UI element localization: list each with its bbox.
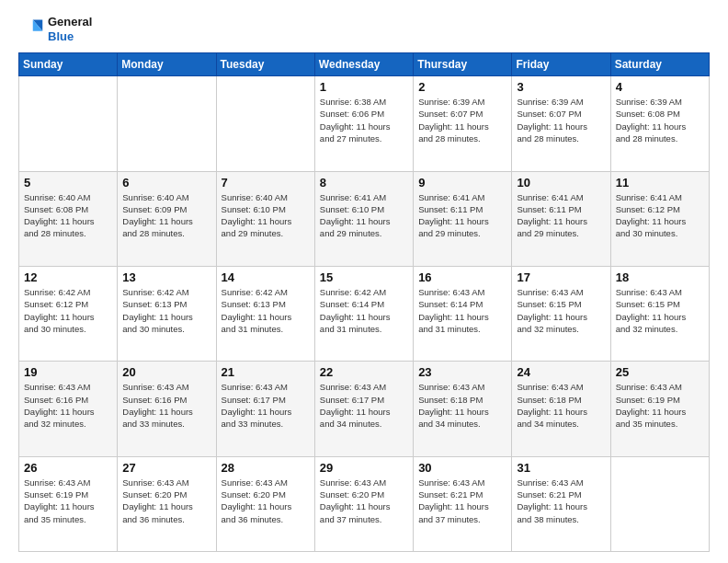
calendar-cell bbox=[118, 76, 216, 171]
day-header-tuesday: Tuesday bbox=[216, 53, 314, 76]
logo-icon bbox=[18, 17, 44, 42]
day-number: 11 bbox=[616, 176, 704, 190]
day-info: Sunrise: 6:43 AM Sunset: 6:14 PM Dayligh… bbox=[418, 286, 506, 335]
calendar-cell: 4Sunrise: 6:39 AM Sunset: 6:08 PM Daylig… bbox=[610, 76, 709, 171]
day-number: 5 bbox=[24, 176, 112, 190]
day-number: 3 bbox=[517, 80, 605, 94]
logo: GeneralBlue bbox=[18, 15, 92, 43]
day-info: Sunrise: 6:43 AM Sunset: 6:21 PM Dayligh… bbox=[418, 477, 506, 525]
day-number: 22 bbox=[320, 365, 408, 379]
header-row: SundayMondayTuesdayWednesdayThursdayFrid… bbox=[19, 53, 710, 76]
day-info: Sunrise: 6:41 AM Sunset: 6:12 PM Dayligh… bbox=[616, 191, 704, 240]
day-number: 2 bbox=[418, 80, 506, 94]
calendar-cell: 31Sunrise: 6:43 AM Sunset: 6:21 PM Dayli… bbox=[512, 456, 610, 551]
calendar-cell: 10Sunrise: 6:41 AM Sunset: 6:11 PM Dayli… bbox=[512, 171, 610, 266]
day-info: Sunrise: 6:43 AM Sunset: 6:21 PM Dayligh… bbox=[517, 477, 605, 525]
logo-text: GeneralBlue bbox=[48, 15, 92, 43]
day-info: Sunrise: 6:42 AM Sunset: 6:13 PM Dayligh… bbox=[222, 286, 310, 335]
day-header-monday: Monday bbox=[118, 53, 216, 76]
day-info: Sunrise: 6:42 AM Sunset: 6:13 PM Dayligh… bbox=[122, 286, 210, 335]
day-info: Sunrise: 6:39 AM Sunset: 6:08 PM Dayligh… bbox=[616, 96, 704, 144]
day-number: 31 bbox=[517, 461, 605, 475]
page: GeneralBlue SundayMondayTuesdayWednesday… bbox=[0, 0, 728, 563]
day-number: 13 bbox=[122, 270, 210, 284]
day-info: Sunrise: 6:43 AM Sunset: 6:16 PM Dayligh… bbox=[24, 381, 112, 430]
day-info: Sunrise: 6:40 AM Sunset: 6:09 PM Dayligh… bbox=[122, 191, 210, 240]
calendar-cell bbox=[19, 76, 118, 171]
day-number: 9 bbox=[418, 176, 506, 190]
day-number: 19 bbox=[24, 365, 112, 379]
calendar-cell: 5Sunrise: 6:40 AM Sunset: 6:08 PM Daylig… bbox=[19, 171, 118, 266]
day-number: 17 bbox=[517, 270, 605, 284]
calendar-cell: 27Sunrise: 6:43 AM Sunset: 6:20 PM Dayli… bbox=[118, 456, 216, 551]
calendar-cell: 25Sunrise: 6:43 AM Sunset: 6:19 PM Dayli… bbox=[610, 362, 709, 456]
day-number: 15 bbox=[320, 270, 408, 284]
day-number: 29 bbox=[320, 461, 408, 475]
day-number: 26 bbox=[24, 461, 112, 475]
day-header-sunday: Sunday bbox=[19, 53, 118, 76]
day-number: 7 bbox=[222, 176, 310, 190]
calendar-cell bbox=[216, 76, 314, 171]
week-row-2: 5Sunrise: 6:40 AM Sunset: 6:08 PM Daylig… bbox=[19, 171, 710, 266]
day-number: 6 bbox=[122, 176, 210, 190]
day-number: 20 bbox=[122, 365, 210, 379]
calendar-cell: 16Sunrise: 6:43 AM Sunset: 6:14 PM Dayli… bbox=[414, 266, 512, 361]
day-info: Sunrise: 6:43 AM Sunset: 6:20 PM Dayligh… bbox=[320, 477, 408, 525]
day-info: Sunrise: 6:43 AM Sunset: 6:17 PM Dayligh… bbox=[320, 381, 408, 430]
day-info: Sunrise: 6:39 AM Sunset: 6:07 PM Dayligh… bbox=[418, 96, 506, 144]
calendar-cell: 15Sunrise: 6:42 AM Sunset: 6:14 PM Dayli… bbox=[314, 266, 413, 361]
week-row-4: 19Sunrise: 6:43 AM Sunset: 6:16 PM Dayli… bbox=[19, 362, 710, 456]
day-info: Sunrise: 6:41 AM Sunset: 6:10 PM Dayligh… bbox=[320, 191, 408, 240]
calendar-cell: 17Sunrise: 6:43 AM Sunset: 6:15 PM Dayli… bbox=[512, 266, 610, 361]
day-number: 1 bbox=[320, 80, 408, 94]
calendar-cell: 29Sunrise: 6:43 AM Sunset: 6:20 PM Dayli… bbox=[314, 456, 413, 551]
day-number: 4 bbox=[616, 80, 704, 94]
day-number: 21 bbox=[222, 365, 310, 379]
day-number: 12 bbox=[24, 270, 112, 284]
calendar-cell: 11Sunrise: 6:41 AM Sunset: 6:12 PM Dayli… bbox=[610, 171, 709, 266]
calendar-cell: 9Sunrise: 6:41 AM Sunset: 6:11 PM Daylig… bbox=[414, 171, 512, 266]
calendar-cell: 2Sunrise: 6:39 AM Sunset: 6:07 PM Daylig… bbox=[414, 76, 512, 171]
calendar-cell: 22Sunrise: 6:43 AM Sunset: 6:17 PM Dayli… bbox=[314, 362, 413, 456]
calendar-cell: 30Sunrise: 6:43 AM Sunset: 6:21 PM Dayli… bbox=[414, 456, 512, 551]
calendar-cell: 8Sunrise: 6:41 AM Sunset: 6:10 PM Daylig… bbox=[314, 171, 413, 266]
day-number: 14 bbox=[222, 270, 310, 284]
day-info: Sunrise: 6:40 AM Sunset: 6:10 PM Dayligh… bbox=[222, 191, 310, 240]
calendar-cell: 20Sunrise: 6:43 AM Sunset: 6:16 PM Dayli… bbox=[118, 362, 216, 456]
day-header-thursday: Thursday bbox=[414, 53, 512, 76]
calendar-cell: 28Sunrise: 6:43 AM Sunset: 6:20 PM Dayli… bbox=[216, 456, 314, 551]
calendar-cell: 18Sunrise: 6:43 AM Sunset: 6:15 PM Dayli… bbox=[610, 266, 709, 361]
calendar-cell: 14Sunrise: 6:42 AM Sunset: 6:13 PM Dayli… bbox=[216, 266, 314, 361]
day-header-friday: Friday bbox=[512, 53, 610, 76]
day-header-saturday: Saturday bbox=[610, 53, 709, 76]
calendar-cell: 1Sunrise: 6:38 AM Sunset: 6:06 PM Daylig… bbox=[314, 76, 413, 171]
calendar-cell: 19Sunrise: 6:43 AM Sunset: 6:16 PM Dayli… bbox=[19, 362, 118, 456]
day-info: Sunrise: 6:40 AM Sunset: 6:08 PM Dayligh… bbox=[24, 191, 112, 240]
day-info: Sunrise: 6:43 AM Sunset: 6:15 PM Dayligh… bbox=[616, 286, 704, 335]
calendar-cell: 7Sunrise: 6:40 AM Sunset: 6:10 PM Daylig… bbox=[216, 171, 314, 266]
calendar-cell: 12Sunrise: 6:42 AM Sunset: 6:12 PM Dayli… bbox=[19, 266, 118, 361]
day-number: 27 bbox=[122, 461, 210, 475]
day-info: Sunrise: 6:43 AM Sunset: 6:19 PM Dayligh… bbox=[24, 477, 112, 525]
day-info: Sunrise: 6:38 AM Sunset: 6:06 PM Dayligh… bbox=[320, 96, 408, 144]
calendar-cell: 21Sunrise: 6:43 AM Sunset: 6:17 PM Dayli… bbox=[216, 362, 314, 456]
day-info: Sunrise: 6:43 AM Sunset: 6:19 PM Dayligh… bbox=[616, 381, 704, 430]
day-info: Sunrise: 6:43 AM Sunset: 6:15 PM Dayligh… bbox=[517, 286, 605, 335]
day-number: 10 bbox=[517, 176, 605, 190]
day-info: Sunrise: 6:43 AM Sunset: 6:20 PM Dayligh… bbox=[222, 477, 310, 525]
day-info: Sunrise: 6:42 AM Sunset: 6:12 PM Dayligh… bbox=[24, 286, 112, 335]
day-number: 30 bbox=[418, 461, 506, 475]
week-row-5: 26Sunrise: 6:43 AM Sunset: 6:19 PM Dayli… bbox=[19, 456, 710, 551]
calendar-table: SundayMondayTuesdayWednesdayThursdayFrid… bbox=[18, 52, 710, 552]
day-info: Sunrise: 6:43 AM Sunset: 6:18 PM Dayligh… bbox=[517, 381, 605, 430]
calendar-cell: 24Sunrise: 6:43 AM Sunset: 6:18 PM Dayli… bbox=[512, 362, 610, 456]
day-info: Sunrise: 6:41 AM Sunset: 6:11 PM Dayligh… bbox=[517, 191, 605, 240]
day-info: Sunrise: 6:42 AM Sunset: 6:14 PM Dayligh… bbox=[320, 286, 408, 335]
calendar-cell: 3Sunrise: 6:39 AM Sunset: 6:07 PM Daylig… bbox=[512, 76, 610, 171]
calendar-cell bbox=[610, 456, 709, 551]
day-number: 25 bbox=[616, 365, 704, 379]
day-info: Sunrise: 6:43 AM Sunset: 6:20 PM Dayligh… bbox=[122, 477, 210, 525]
calendar-cell: 23Sunrise: 6:43 AM Sunset: 6:18 PM Dayli… bbox=[414, 362, 512, 456]
day-info: Sunrise: 6:43 AM Sunset: 6:17 PM Dayligh… bbox=[222, 381, 310, 430]
day-number: 16 bbox=[418, 270, 506, 284]
